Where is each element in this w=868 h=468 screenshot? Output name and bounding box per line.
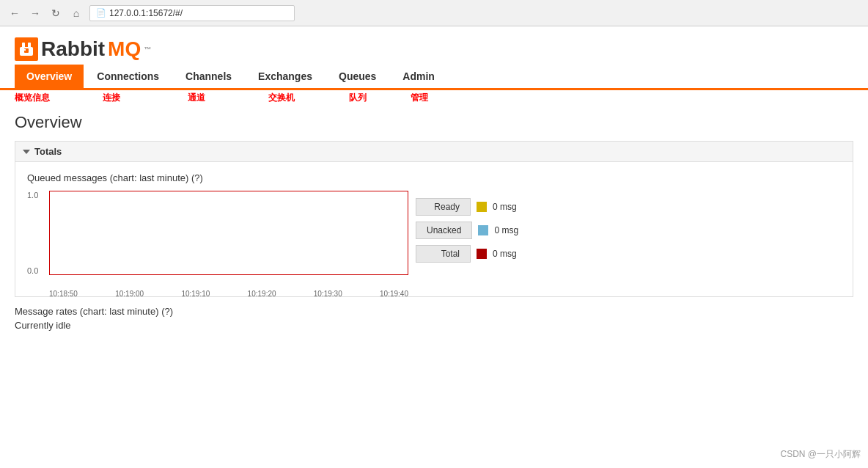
browser-chrome: ← → ↻ ⌂ 📄 127.0.0.1:15672/#/ <box>0 0 868 26</box>
rabbitmq-logo: RabbitMQ™ <box>15 37 151 61</box>
chart-container: 1.0 0.0 10:18:50 10:19:00 10:19:10 10:19… <box>27 191 394 286</box>
chinese-overview: 概览信息 <box>15 92 50 104</box>
queued-messages-label: Queued messages (chart: last minute) (?) <box>27 172 841 183</box>
logo-rabbit-text: Rabbit <box>41 37 105 61</box>
nav-admin[interactable]: Admin <box>389 65 448 88</box>
svg-point-4 <box>24 49 26 51</box>
total-color <box>477 249 487 259</box>
chinese-connections: 连接 <box>103 92 120 104</box>
legend-unacked: Unacked 0 msg <box>416 222 518 239</box>
chinese-admin: 管理 <box>411 92 428 104</box>
nav-queues[interactable]: Queues <box>326 65 389 88</box>
collapse-icon <box>23 150 30 154</box>
x-label-5: 10:19:40 <box>380 290 408 298</box>
ready-value: 0 msg <box>493 202 517 212</box>
x-label-2: 10:19:10 <box>181 290 210 298</box>
message-rates-label: Message rates (chart: last minute) (?) <box>0 306 868 320</box>
chart-box <box>49 191 408 275</box>
nav-overview[interactable]: Overview <box>15 65 84 88</box>
chinese-queues: 队列 <box>349 92 367 104</box>
logo-area: RabbitMQ™ <box>0 26 868 65</box>
chart-and-legend: 1.0 0.0 10:18:50 10:19:00 10:19:10 10:19… <box>27 191 841 286</box>
totals-label: Totals <box>34 146 62 157</box>
x-label-3: 10:19:20 <box>248 290 276 298</box>
y-top: 1.0 <box>27 191 38 200</box>
nav-connections[interactable]: Connections <box>84 65 172 88</box>
forward-button[interactable]: → <box>28 6 43 21</box>
chinese-labels-row: 概览信息 连接 通道 交换机 队列 管理 <box>0 90 868 107</box>
page-content: RabbitMQ™ Overview Connections Channels … <box>0 26 868 331</box>
svg-rect-1 <box>22 43 25 48</box>
page-icon: 📄 <box>96 8 106 18</box>
refresh-button[interactable]: ↻ <box>48 6 63 21</box>
svg-rect-2 <box>28 43 31 48</box>
logo-tm: ™ <box>144 45 151 54</box>
nav-exchanges[interactable]: Exchanges <box>245 65 326 88</box>
ready-color <box>477 202 487 212</box>
unacked-button[interactable]: Unacked <box>416 222 472 239</box>
address-bar[interactable]: 📄 127.0.0.1:15672/#/ <box>89 5 295 21</box>
totals-section: Totals Queued messages (chart: last minu… <box>15 141 853 297</box>
x-label-1: 10:19:00 <box>115 290 144 298</box>
x-label-0: 10:18:50 <box>49 290 78 298</box>
y-bottom: 0.0 <box>27 266 38 275</box>
total-button[interactable]: Total <box>416 245 471 263</box>
totals-section-body: Queued messages (chart: last minute) (?)… <box>15 162 853 296</box>
rabbit-icon <box>18 41 34 57</box>
unacked-color <box>478 225 488 235</box>
nav-bar: Overview Connections Channels Exchanges … <box>0 65 868 90</box>
ready-button[interactable]: Ready <box>416 198 471 216</box>
unacked-value: 0 msg <box>494 225 518 235</box>
currently-idle: Currently idle <box>0 320 868 331</box>
logo-icon <box>15 37 38 61</box>
chart-y-labels: 1.0 0.0 <box>27 191 38 275</box>
legend-ready: Ready 0 msg <box>416 198 518 216</box>
chinese-channels: 通道 <box>188 92 205 104</box>
home-button[interactable]: ⌂ <box>69 6 84 21</box>
legend-area: Ready 0 msg Unacked 0 msg Total 0 m <box>416 198 518 263</box>
total-value: 0 msg <box>493 249 517 259</box>
logo-mq-text: MQ <box>108 37 141 61</box>
url-text: 127.0.0.1:15672/#/ <box>109 8 183 18</box>
page-title: Overview <box>0 107 868 141</box>
x-label-4: 10:19:30 <box>314 290 342 298</box>
back-button[interactable]: ← <box>7 6 22 21</box>
chinese-exchanges: 交换机 <box>268 92 295 104</box>
legend-total: Total 0 msg <box>416 245 518 263</box>
chart-x-labels: 10:18:50 10:19:00 10:19:10 10:19:20 10:1… <box>49 288 408 298</box>
nav-channels[interactable]: Channels <box>172 65 245 88</box>
totals-section-header[interactable]: Totals <box>15 142 853 162</box>
